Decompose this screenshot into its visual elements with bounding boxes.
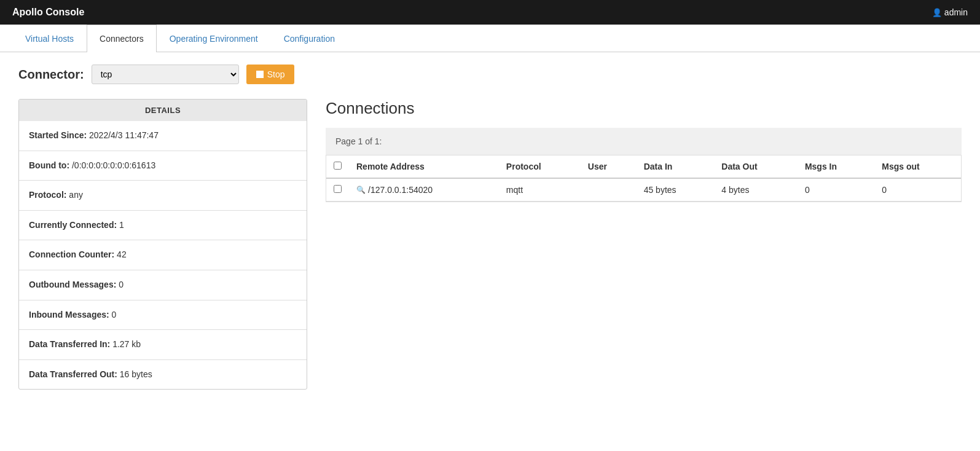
- content-columns: DETAILS Started Since: 2022/4/3 11:47:47…: [18, 99, 962, 390]
- details-outbound-messages-value: 0: [119, 280, 123, 289]
- details-started-since: Started Since: 2022/4/3 11:47:47: [19, 121, 307, 151]
- details-outbound-messages: Outbound Messages: 0: [19, 270, 307, 300]
- tab-connectors[interactable]: Connectors: [87, 25, 157, 52]
- row-checkbox-cell: [326, 178, 349, 202]
- details-currently-connected: Currently Connected: 1: [19, 211, 307, 241]
- details-started-since-key: Started Since:: [29, 130, 87, 140]
- details-currently-connected-key: Currently Connected:: [29, 220, 117, 230]
- details-inbound-messages-value: 0: [112, 310, 117, 320]
- table-row: 🔍 /127.0.0.1:54020 mqtt 45 bytes 4 bytes…: [326, 178, 961, 202]
- row-protocol: mqtt: [499, 178, 581, 202]
- table-header-row: Remote Address Protocol User Data In Dat…: [326, 155, 961, 179]
- details-started-since-value: 2022/4/3 11:47:47: [89, 130, 159, 140]
- navbar: Apollo Console admin: [0, 0, 980, 25]
- row-msgs-in: 0: [798, 178, 874, 202]
- details-data-transferred-out-value: 16 bytes: [120, 369, 152, 379]
- details-panel: DETAILS Started Since: 2022/4/3 11:47:47…: [18, 99, 307, 390]
- details-bound-to: Bound to: /0:0:0:0:0:0:0:0:61613: [19, 151, 307, 181]
- details-protocol: Protocol: any: [19, 181, 307, 211]
- col-header-data-out: Data Out: [714, 155, 798, 179]
- row-msgs-out: 0: [874, 178, 961, 202]
- page-info: Page 1 of 1:: [326, 128, 962, 155]
- remote-address-container: 🔍 /127.0.0.1:54020: [356, 185, 492, 195]
- connections-title: Connections: [326, 99, 962, 118]
- stop-label: Stop: [267, 69, 285, 79]
- details-data-transferred-in-key: Data Transferred In:: [29, 339, 110, 349]
- details-data-transferred-out: Data Transferred Out: 16 bytes: [19, 360, 307, 390]
- row-data-in: 45 bytes: [637, 178, 715, 202]
- details-bound-to-value: /0:0:0:0:0:0:0:0:61613: [72, 160, 155, 170]
- col-header-user: User: [581, 155, 637, 179]
- details-protocol-value: any: [69, 190, 83, 200]
- details-inbound-messages: Inbound Messages: 0: [19, 300, 307, 331]
- row-data-out: 4 bytes: [714, 178, 798, 202]
- tab-configuration[interactable]: Configuration: [271, 25, 348, 52]
- row-remote-address: 🔍 /127.0.0.1:54020: [349, 178, 499, 202]
- col-header-msgs-out: Msgs out: [874, 155, 961, 179]
- row-user: [581, 178, 637, 202]
- details-inbound-messages-key: Inbound Messages:: [29, 310, 109, 320]
- col-header-msgs-in: Msgs In: [798, 155, 874, 179]
- details-data-transferred-in-value: 1.27 kb: [112, 339, 141, 349]
- tab-operating-environment[interactable]: Operating Environment: [157, 25, 271, 52]
- details-connection-counter-value: 42: [117, 249, 127, 259]
- details-connection-counter-key: Connection Counter:: [29, 249, 114, 259]
- tab-virtual-hosts[interactable]: Virtual Hosts: [12, 25, 87, 52]
- user-menu[interactable]: admin: [932, 7, 968, 17]
- details-protocol-key: Protocol:: [29, 190, 66, 200]
- connector-row: Connector: tcp mqtt stomp ws Stop: [18, 65, 962, 84]
- col-header-data-in: Data In: [637, 155, 715, 179]
- col-header-protocol: Protocol: [499, 155, 581, 179]
- app-title: Apollo Console: [12, 7, 84, 18]
- details-data-transferred-out-key: Data Transferred Out:: [29, 369, 117, 379]
- details-outbound-messages-key: Outbound Messages:: [29, 280, 116, 289]
- col-header-checkbox: [326, 155, 349, 179]
- details-connection-counter: Connection Counter: 42: [19, 240, 307, 270]
- details-data-transferred-in: Data Transferred In: 1.27 kb: [19, 330, 307, 360]
- connections-section: Connections Page 1 of 1: Remote Address …: [326, 99, 962, 202]
- remote-address-value: /127.0.0.1:54020: [368, 185, 433, 195]
- tab-navigation: Virtual Hosts Connectors Operating Envir…: [0, 25, 980, 52]
- col-header-remote-address: Remote Address: [349, 155, 499, 179]
- search-icon: 🔍: [356, 186, 366, 194]
- main-content: Connector: tcp mqtt stomp ws Stop DETAIL…: [0, 52, 980, 402]
- connections-table-wrapper: Remote Address Protocol User Data In Dat…: [326, 155, 962, 202]
- connector-select[interactable]: tcp mqtt stomp ws: [92, 65, 239, 84]
- details-currently-connected-value: 1: [119, 220, 124, 230]
- stop-button[interactable]: Stop: [246, 65, 295, 84]
- connector-label: Connector:: [18, 68, 84, 82]
- connections-table: Remote Address Protocol User Data In Dat…: [326, 155, 961, 202]
- details-header: DETAILS: [19, 100, 307, 121]
- details-bound-to-key: Bound to:: [29, 160, 69, 170]
- stop-icon: [256, 71, 264, 78]
- row-checkbox[interactable]: [334, 185, 342, 193]
- select-all-checkbox[interactable]: [334, 162, 342, 170]
